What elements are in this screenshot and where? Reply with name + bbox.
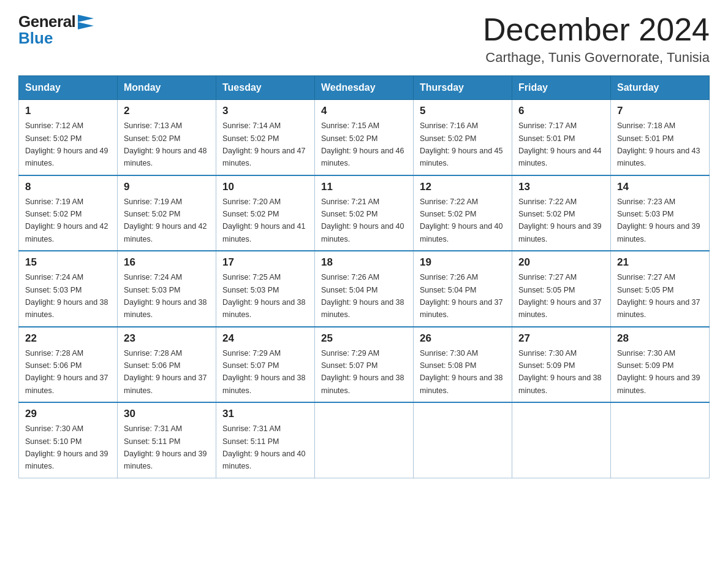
table-row: 28 Sunrise: 7:30 AMSunset: 5:09 PMDaylig… — [611, 327, 710, 403]
day-number: 1 — [25, 105, 111, 117]
table-row — [315, 402, 414, 478]
day-number: 16 — [124, 256, 210, 269]
table-row: 25 Sunrise: 7:29 AMSunset: 5:07 PMDaylig… — [315, 327, 414, 403]
table-row: 24 Sunrise: 7:29 AMSunset: 5:07 PMDaylig… — [216, 327, 315, 403]
day-info: Sunrise: 7:26 AMSunset: 5:04 PMDaylight:… — [420, 273, 503, 319]
day-number: 8 — [25, 181, 111, 193]
day-info: Sunrise: 7:30 AMSunset: 5:10 PMDaylight:… — [25, 424, 108, 470]
day-info: Sunrise: 7:26 AMSunset: 5:04 PMDaylight:… — [321, 273, 404, 319]
day-number: 28 — [617, 332, 703, 345]
day-info: Sunrise: 7:17 AMSunset: 5:01 PMDaylight:… — [518, 121, 602, 167]
day-number: 5 — [420, 105, 506, 117]
day-info: Sunrise: 7:21 AMSunset: 5:02 PMDaylight:… — [321, 197, 404, 243]
day-info: Sunrise: 7:19 AMSunset: 5:02 PMDaylight:… — [25, 197, 108, 243]
table-row: 4 Sunrise: 7:15 AMSunset: 5:02 PMDayligh… — [315, 100, 414, 175]
table-row: 1 Sunrise: 7:12 AMSunset: 5:02 PMDayligh… — [19, 100, 118, 175]
day-info: Sunrise: 7:30 AMSunset: 5:09 PMDaylight:… — [518, 349, 602, 395]
table-row: 5 Sunrise: 7:16 AMSunset: 5:02 PMDayligh… — [414, 100, 512, 175]
day-info: Sunrise: 7:19 AMSunset: 5:02 PMDaylight:… — [124, 197, 207, 243]
col-monday: Monday — [118, 76, 216, 100]
table-row: 6 Sunrise: 7:17 AMSunset: 5:01 PMDayligh… — [512, 100, 611, 175]
table-row: 11 Sunrise: 7:21 AMSunset: 5:02 PMDaylig… — [315, 175, 414, 251]
day-info: Sunrise: 7:15 AMSunset: 5:02 PMDaylight:… — [321, 121, 404, 167]
day-info: Sunrise: 7:16 AMSunset: 5:02 PMDaylight:… — [420, 121, 503, 167]
day-info: Sunrise: 7:30 AMSunset: 5:08 PMDaylight:… — [420, 349, 503, 395]
col-thursday: Thursday — [414, 76, 512, 100]
col-friday: Friday — [512, 76, 611, 100]
day-info: Sunrise: 7:22 AMSunset: 5:02 PMDaylight:… — [420, 197, 503, 243]
day-number: 22 — [25, 332, 111, 345]
table-row: 12 Sunrise: 7:22 AMSunset: 5:02 PMDaylig… — [414, 175, 512, 251]
table-row: 8 Sunrise: 7:19 AMSunset: 5:02 PMDayligh… — [19, 175, 118, 251]
day-number: 19 — [420, 256, 506, 269]
table-row — [512, 402, 611, 478]
day-number: 24 — [222, 332, 308, 345]
day-number: 7 — [617, 105, 703, 117]
table-row: 30 Sunrise: 7:31 AMSunset: 5:11 PMDaylig… — [118, 402, 216, 478]
col-saturday: Saturday — [611, 76, 710, 100]
day-info: Sunrise: 7:29 AMSunset: 5:07 PMDaylight:… — [222, 349, 306, 395]
svg-marker-1 — [78, 22, 94, 29]
table-row: 14 Sunrise: 7:23 AMSunset: 5:03 PMDaylig… — [611, 175, 710, 251]
table-row: 17 Sunrise: 7:25 AMSunset: 5:03 PMDaylig… — [216, 251, 315, 327]
day-number: 12 — [420, 181, 506, 193]
table-row: 16 Sunrise: 7:24 AMSunset: 5:03 PMDaylig… — [118, 251, 216, 327]
day-number: 10 — [222, 181, 308, 193]
table-row: 9 Sunrise: 7:19 AMSunset: 5:02 PMDayligh… — [118, 175, 216, 251]
day-number: 14 — [617, 181, 703, 193]
table-row: 19 Sunrise: 7:26 AMSunset: 5:04 PMDaylig… — [414, 251, 512, 327]
table-row: 22 Sunrise: 7:28 AMSunset: 5:06 PMDaylig… — [19, 327, 118, 403]
calendar-header-row: Sunday Monday Tuesday Wednesday Thursday… — [19, 76, 710, 100]
day-number: 3 — [222, 105, 308, 117]
day-info: Sunrise: 7:28 AMSunset: 5:06 PMDaylight:… — [124, 349, 207, 395]
calendar-week-row: 22 Sunrise: 7:28 AMSunset: 5:06 PMDaylig… — [19, 327, 710, 403]
table-row: 21 Sunrise: 7:27 AMSunset: 5:05 PMDaylig… — [611, 251, 710, 327]
day-number: 13 — [518, 181, 604, 193]
calendar-week-row: 15 Sunrise: 7:24 AMSunset: 5:03 PMDaylig… — [19, 251, 710, 327]
day-number: 23 — [124, 332, 210, 345]
logo-flag-icon — [77, 13, 95, 31]
day-info: Sunrise: 7:25 AMSunset: 5:03 PMDaylight:… — [222, 273, 306, 319]
logo-blue-text: Blue — [18, 29, 53, 48]
table-row: 13 Sunrise: 7:22 AMSunset: 5:02 PMDaylig… — [512, 175, 611, 251]
day-number: 11 — [321, 181, 407, 193]
calendar-week-row: 29 Sunrise: 7:30 AMSunset: 5:10 PMDaylig… — [19, 402, 710, 478]
day-number: 25 — [321, 332, 407, 345]
day-number: 17 — [222, 256, 308, 269]
day-number: 4 — [321, 105, 407, 117]
svg-marker-0 — [78, 15, 94, 22]
calendar-week-row: 1 Sunrise: 7:12 AMSunset: 5:02 PMDayligh… — [19, 100, 710, 175]
title-area: December 2024 Carthage, Tunis Governorat… — [483, 12, 710, 66]
table-row: 29 Sunrise: 7:30 AMSunset: 5:10 PMDaylig… — [19, 402, 118, 478]
day-info: Sunrise: 7:20 AMSunset: 5:02 PMDaylight:… — [222, 197, 306, 243]
calendar-table: Sunday Monday Tuesday Wednesday Thursday… — [18, 75, 710, 478]
day-info: Sunrise: 7:24 AMSunset: 5:03 PMDaylight:… — [25, 273, 108, 319]
day-info: Sunrise: 7:27 AMSunset: 5:05 PMDaylight:… — [617, 273, 700, 319]
day-info: Sunrise: 7:28 AMSunset: 5:06 PMDaylight:… — [25, 349, 108, 395]
table-row: 20 Sunrise: 7:27 AMSunset: 5:05 PMDaylig… — [512, 251, 611, 327]
col-tuesday: Tuesday — [216, 76, 315, 100]
day-info: Sunrise: 7:12 AMSunset: 5:02 PMDaylight:… — [25, 121, 108, 167]
table-row: 26 Sunrise: 7:30 AMSunset: 5:08 PMDaylig… — [414, 327, 512, 403]
table-row — [611, 402, 710, 478]
day-info: Sunrise: 7:14 AMSunset: 5:02 PMDaylight:… — [222, 121, 306, 167]
logo: General Blue — [18, 12, 95, 48]
day-info: Sunrise: 7:30 AMSunset: 5:09 PMDaylight:… — [617, 349, 700, 395]
day-number: 6 — [518, 105, 604, 117]
table-row: 31 Sunrise: 7:31 AMSunset: 5:11 PMDaylig… — [216, 402, 315, 478]
day-number: 2 — [124, 105, 210, 117]
day-number: 20 — [518, 256, 604, 269]
table-row: 18 Sunrise: 7:26 AMSunset: 5:04 PMDaylig… — [315, 251, 414, 327]
day-number: 9 — [124, 181, 210, 193]
day-info: Sunrise: 7:22 AMSunset: 5:02 PMDaylight:… — [518, 197, 602, 243]
day-number: 18 — [321, 256, 407, 269]
table-row: 15 Sunrise: 7:24 AMSunset: 5:03 PMDaylig… — [19, 251, 118, 327]
table-row — [414, 402, 512, 478]
day-number: 31 — [222, 408, 308, 420]
day-number: 15 — [25, 256, 111, 269]
day-info: Sunrise: 7:13 AMSunset: 5:02 PMDaylight:… — [124, 121, 207, 167]
day-number: 26 — [420, 332, 506, 345]
day-info: Sunrise: 7:31 AMSunset: 5:11 PMDaylight:… — [124, 424, 207, 470]
month-title: December 2024 — [483, 12, 710, 47]
table-row: 27 Sunrise: 7:30 AMSunset: 5:09 PMDaylig… — [512, 327, 611, 403]
